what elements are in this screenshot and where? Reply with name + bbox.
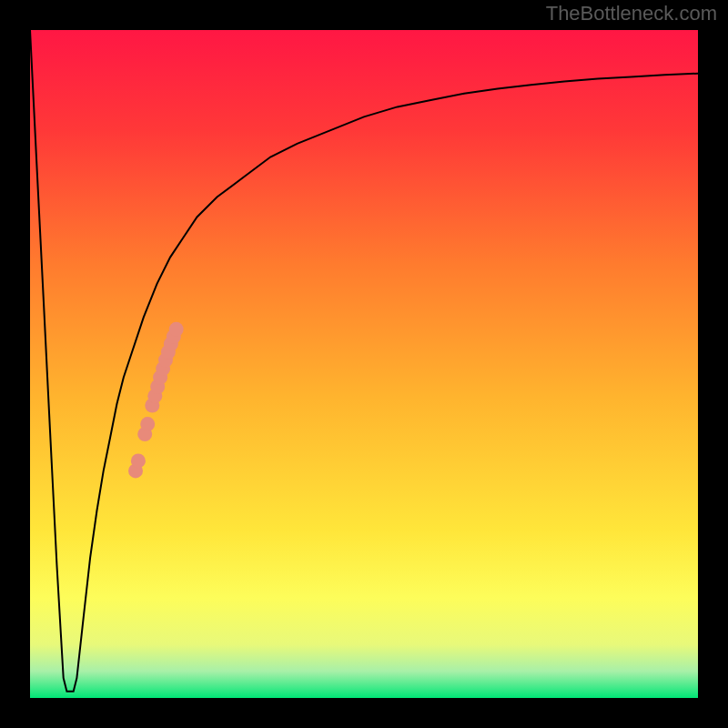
marker-point bbox=[140, 417, 155, 431]
marker-point bbox=[131, 453, 146, 468]
plot-background bbox=[30, 30, 698, 698]
watermark-text: TheBottleneck.com bbox=[546, 2, 717, 25]
marker-point bbox=[169, 322, 184, 337]
chart-container: TheBottleneck.com bbox=[0, 0, 728, 728]
chart-svg bbox=[0, 0, 728, 728]
